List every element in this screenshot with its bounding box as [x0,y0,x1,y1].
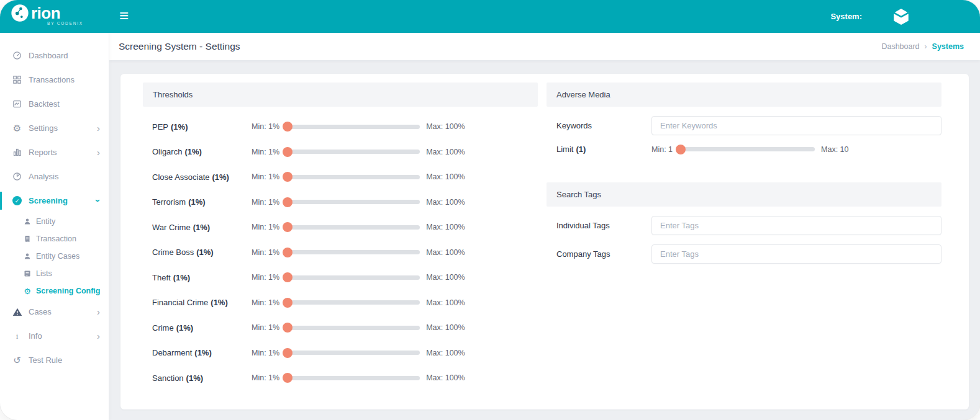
slider-track[interactable] [288,275,420,280]
sidebar-item-dashboard[interactable]: Dashboard [0,43,109,68]
slider-handle[interactable] [283,298,293,308]
system-cube-icon[interactable] [892,7,910,26]
slider-handle[interactable] [283,348,293,358]
slider-track[interactable] [288,125,420,129]
slider-handle[interactable] [283,172,293,182]
threshold-slider: Min: 1% Max: 100% [252,349,465,357]
bar-chart-icon [12,148,22,157]
slider-track[interactable] [288,250,420,254]
slider-track[interactable] [288,300,420,305]
threshold-label: Financial Crime(1%) [152,298,252,307]
threshold-slider: Min: 1% Max: 100% [252,148,465,156]
grid-icon [12,75,22,84]
slider-track[interactable] [288,150,420,154]
slider-min-label: Min: 1% [252,172,279,181]
slider-track[interactable] [288,200,420,204]
slider-min-label: Min: 1% [252,298,279,307]
slider-handle[interactable] [283,272,293,282]
slider-handle[interactable] [283,323,293,333]
keywords-input[interactable] [651,116,941,135]
sidebar-item-info[interactable]: i Info › [0,324,109,348]
slider-handle[interactable] [283,248,293,257]
slider-min-label: Min: 1% [252,148,279,156]
topbar: rion by CODENIX ≡ System: [0,0,980,33]
threshold-label: Terrorism(1%) [152,197,252,207]
individual-tags-row: Individual Tags [547,216,941,235]
sidebar-item-lists[interactable]: Lists [0,265,109,282]
threshold-name: PEP [152,122,168,132]
threshold-row: Theft(1%) Min: 1% Max: 100% [143,265,538,290]
breadcrumb-current: Systems [932,42,964,51]
sidebar-item-test-rule[interactable]: ↺ Test Rule [0,348,109,372]
limit-label: Limit(1) [556,145,651,154]
slider-min-label: Min: 1% [252,273,279,282]
threshold-slider: Min: 1% Max: 100% [252,198,465,207]
slider-handle[interactable] [283,147,293,157]
sidebar-item-cases[interactable]: Cases › [0,300,109,324]
threshold-row: Debarment(1%) Min: 1% Max: 100% [143,341,538,366]
keywords-row: Keywords [547,116,941,135]
slider-track[interactable] [288,376,420,380]
threshold-row: Oligarch(1%) Min: 1% Max: 100% [143,140,538,165]
chevron-down-icon: › [97,196,100,205]
threshold-value: (1%) [171,122,188,132]
threshold-label: Sanction(1%) [152,373,252,383]
threshold-label: Crime Boss(1%) [152,248,252,257]
chevron-right-icon: › [97,123,100,133]
search-tags-section-header: Search Tags [547,182,941,207]
threshold-label: Close Associate(1%) [152,172,252,182]
pie-chart-icon [12,172,22,181]
threshold-slider: Min: 1% Max: 100% [252,172,465,181]
threshold-value: (1%) [186,373,203,383]
threshold-name: Sanction [152,373,184,383]
threshold-slider: Min: 1% Max: 100% [252,248,465,257]
slider-handle[interactable] [283,222,293,232]
slider-track[interactable] [288,351,420,355]
threshold-label: Debarment(1%) [152,348,252,357]
settings-panel: Thresholds PEP(1%) Min: 1% [120,74,969,409]
sidebar-item-screening-config[interactable]: ⚙ Screening Config [0,282,109,300]
slider-max-label: Max: 100% [426,248,465,257]
company-tags-input[interactable] [651,244,941,264]
breadcrumb-dashboard-link[interactable]: Dashboard [881,42,919,51]
hamburger-menu-icon[interactable]: ≡ [119,7,129,24]
slider-track[interactable] [681,147,815,151]
sidebar-item-reports[interactable]: Reports › [0,140,109,164]
slider-max-label: Max: 100% [426,273,465,282]
sidebar-item-analysis[interactable]: Analysis [0,164,109,189]
warning-icon [12,307,22,317]
sidebar-item-backtest[interactable]: Backtest [0,92,109,116]
chevron-right-icon: › [97,148,100,157]
individual-tags-input[interactable] [651,216,941,235]
slider-min-label: Min: 1% [252,198,279,207]
slider-track[interactable] [288,175,420,179]
chevron-right-icon: › [97,331,100,341]
slider-track[interactable] [288,225,420,230]
thresholds-section: Thresholds PEP(1%) Min: 1% [143,83,538,391]
slider-track[interactable] [288,326,420,330]
sidebar-item-entity[interactable]: Entity [0,213,109,230]
slider-max-label: Max: 100% [426,148,465,156]
slider-handle[interactable] [283,122,293,132]
threshold-name: War Crime [152,223,191,232]
chart-image-icon [12,99,22,109]
user-icon [23,218,32,225]
company-tags-row: Company Tags [547,244,941,264]
sidebar-item-transactions[interactable]: Transactions [0,68,109,92]
sidebar-item-screening[interactable]: ✓ Screening › [0,189,109,213]
threshold-slider: Min: 1% Max: 100% [252,223,465,231]
slider-min-label: Min: 1% [252,122,279,131]
slider-min-label: Min: 1% [252,373,279,382]
threshold-label: Oligarch(1%) [152,147,252,156]
sidebar-item-settings[interactable]: ⚙ Settings › [0,116,109,140]
slider-min-label: Min: 1% [252,223,279,231]
sidebar-item-entity-cases[interactable]: Entity Cases [0,248,109,265]
sidebar-item-transaction[interactable]: Transaction [0,230,109,248]
slider-handle[interactable] [676,145,686,154]
slider-max-label: Max: 100% [426,298,465,307]
threshold-row: Sanction(1%) Min: 1% Max: 100% [143,365,538,391]
slider-handle[interactable] [283,197,293,207]
threshold-row: Crime Boss(1%) Min: 1% Max: 100% [143,240,538,266]
slider-handle[interactable] [283,373,293,383]
slider-max-label: Max: 100% [426,172,465,181]
